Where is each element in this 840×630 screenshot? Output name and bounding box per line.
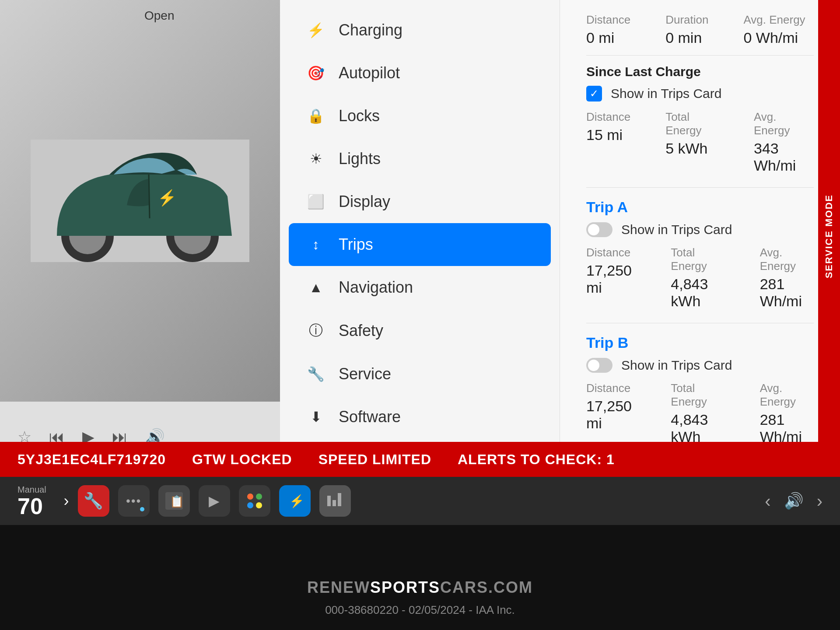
trips-content-panel: Distance 0 mi Duration 0 min Avg. Energy…	[560, 0, 840, 472]
nav-arrows: ‹ 🔊 ›	[765, 491, 822, 511]
bluetooth-icon[interactable]: ⚡	[279, 485, 311, 517]
info-icon[interactable]: 📋	[158, 485, 190, 517]
nav-item-locks[interactable]: 🔒 Locks	[280, 94, 560, 137]
since-total-energy-stat: Total Energy 5 kWh	[665, 110, 719, 174]
service-mode-text: SERVICE MODE	[823, 194, 835, 278]
speed-limited-text: SPEED LIMITED	[318, 452, 431, 468]
trip-a-distance-stat: Distance 17,250 mi	[586, 246, 636, 310]
speed-arrow: ›	[64, 492, 69, 510]
since-distance-label: Distance	[586, 110, 630, 124]
nav-item-display[interactable]: ⬜ Display	[280, 180, 560, 223]
charging-icon: ⚡	[306, 22, 326, 38]
apps-icon[interactable]	[239, 485, 270, 517]
nav-item-charging[interactable]: ⚡ Charging	[280, 9, 560, 52]
trip-a-stats: Distance 17,250 mi Total Energy 4,843 kW…	[586, 246, 814, 310]
nav-item-lights[interactable]: ☀ Lights	[280, 137, 560, 180]
tesla-screen: Open ⚡	[0, 0, 840, 472]
since-distance-value: 15 mi	[586, 126, 630, 144]
trip-b-total-energy-value: 4,843 kWh	[671, 411, 724, 445]
trip-b-show-trips-row: Show in Trips Card	[586, 358, 814, 373]
svg-point-12	[256, 502, 262, 508]
trip-a-show-label[interactable]: Show in Trips Card	[621, 222, 732, 237]
svg-rect-15	[332, 500, 336, 506]
since-avg-energy-value: 343 Wh/mi	[754, 140, 814, 174]
nav-item-software[interactable]: ⬇ Software	[280, 396, 560, 438]
svg-rect-14	[327, 496, 331, 506]
nav-label-service: Service	[339, 365, 391, 383]
watermark-renew: RENEW	[307, 578, 370, 596]
trip-b-distance-stat: Distance 17,250 mi	[586, 382, 636, 445]
back-arrow[interactable]: ‹	[765, 491, 770, 511]
trip-a-avg-energy-label: Avg. Energy	[760, 246, 814, 273]
trip-a-toggle[interactable]	[586, 222, 612, 237]
trip-a-total-energy-stat: Total Energy 4,843 kWh	[671, 246, 724, 310]
nav-item-service[interactable]: 🔧 Service	[280, 353, 560, 396]
svg-point-9	[247, 494, 253, 500]
trip-b-show-label[interactable]: Show in Trips Card	[621, 358, 732, 373]
trip-a-title: Trip A	[586, 199, 814, 216]
navigation-icon: ▲	[306, 280, 326, 296]
chart-icon[interactable]	[319, 485, 351, 517]
duration-stat: Duration 0 min	[665, 13, 708, 46]
watermark: RENEWSPORTSCARS.COM	[307, 578, 533, 597]
nav-item-safety[interactable]: ⓘ Safety	[280, 309, 560, 353]
since-last-charge-header: Since Last Charge	[586, 64, 814, 79]
speed-display: Manual 70	[18, 485, 46, 518]
trip-b-total-energy-stat: Total Energy 4,843 kWh	[671, 382, 724, 445]
divider-2	[586, 187, 814, 188]
media-player-icon[interactable]: ▶	[199, 485, 230, 517]
nav-item-autopilot[interactable]: 🎯 Autopilot	[280, 52, 560, 94]
trip-a-distance-label: Distance	[586, 246, 636, 259]
nav-label-charging: Charging	[339, 21, 402, 39]
volume-icon[interactable]: 🔊	[784, 492, 804, 510]
divider-1	[586, 55, 814, 56]
distance-stat: Distance 0 mi	[586, 13, 630, 46]
distance-value: 0 mi	[586, 29, 630, 46]
watermark-carscom: CARS.COM	[440, 578, 533, 596]
trip-b-stats: Distance 17,250 mi Total Energy 4,843 kW…	[586, 382, 814, 445]
nav-label-locks: Locks	[339, 107, 380, 125]
trip-b-title: Trip B	[586, 334, 814, 351]
nav-menu: ⚡ Charging 🎯 Autopilot 🔒 Locks ☀ Lights …	[280, 0, 560, 447]
avg-energy-stat: Avg. Energy 0 Wh/mi	[743, 13, 805, 46]
nav-item-trips[interactable]: ↕ Trips	[289, 223, 551, 266]
lock-icon: 🔒	[306, 108, 326, 124]
trip-b-avg-energy-stat: Avg. Energy 281 Wh/mi	[760, 382, 814, 445]
since-avg-energy-label: Avg. Energy	[754, 110, 814, 137]
since-last-charge-checkbox[interactable]: ✓	[586, 86, 602, 102]
svg-text:⚡: ⚡	[289, 494, 303, 508]
nav-item-navigation[interactable]: ▲ Navigation	[280, 266, 560, 309]
nav-menu-panel: ⚡ Charging 🎯 Autopilot 🔒 Locks ☀ Lights …	[280, 0, 560, 472]
trip-a-total-energy-label: Total Energy	[671, 246, 724, 273]
alerts-text: ALERTS TO CHECK: 1	[458, 452, 615, 468]
nav-label-lights: Lights	[339, 150, 381, 168]
service-mode-bar: SERVICE MODE	[818, 0, 840, 472]
forward-arrow[interactable]: ›	[817, 491, 822, 511]
open-label: Open	[144, 9, 175, 23]
trip-b-avg-energy-label: Avg. Energy	[760, 382, 814, 409]
avg-energy-label: Avg. Energy	[743, 13, 805, 27]
since-last-charge-stats: Distance 15 mi Total Energy 5 kWh Avg. E…	[586, 110, 814, 174]
settings-icon[interactable]: 🔧	[78, 485, 109, 517]
svg-text:📋: 📋	[170, 494, 183, 508]
lights-icon: ☀	[306, 150, 326, 167]
trip-a-avg-energy-stat: Avg. Energy 281 Wh/mi	[760, 246, 814, 310]
duration-label: Duration	[665, 13, 708, 27]
trip-b-total-energy-label: Total Energy	[671, 382, 724, 409]
since-total-energy-value: 5 kWh	[665, 140, 719, 157]
status-bar: 5YJ3E1EC4LF719720 GTW LOCKED SPEED LIMIT…	[0, 442, 840, 477]
trip-b-toggle[interactable]	[586, 358, 612, 373]
nav-label-safety: Safety	[339, 322, 383, 340]
trips-icon: ↕	[306, 237, 326, 253]
since-distance-stat: Distance 15 mi	[586, 110, 630, 174]
vin-text: 5YJ3E1EC4LF719720	[18, 452, 166, 468]
nav-label-trips: Trips	[339, 235, 373, 254]
divider-3	[586, 323, 814, 323]
left-panel: Open ⚡	[0, 0, 280, 472]
nav-label-display: Display	[339, 192, 390, 211]
svg-text:⚡: ⚡	[158, 189, 177, 207]
doc-info: 000-38680220 - 02/05/2024 - IAA Inc.	[325, 603, 515, 617]
since-show-trips-label[interactable]: Show in Trips Card	[611, 86, 721, 101]
since-avg-energy-stat: Avg. Energy 343 Wh/mi	[754, 110, 814, 174]
more-icon[interactable]: •••	[118, 485, 150, 517]
